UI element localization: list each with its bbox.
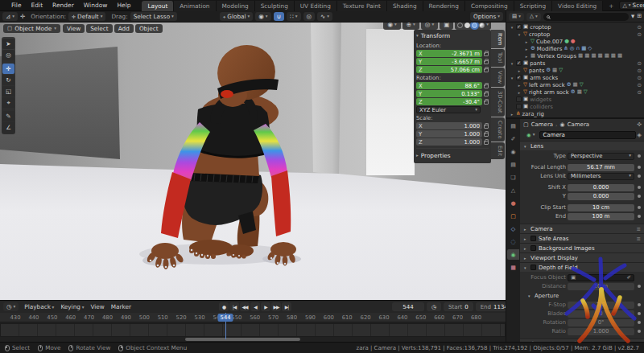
outliner-row-left-arm-sock[interactable]: ▸▽left arm sock⚙▦▽⊙ [506,81,644,88]
workspace-tab-uv-editing[interactable]: UV Editing [295,1,337,11]
rotation-z-field[interactable]: Z-30.4° [416,98,482,105]
lock-icon[interactable] [484,60,489,64]
ratio-field[interactable]: 1.000 [568,328,634,335]
properties-tab-editor-type[interactable]: ▤ [507,121,519,131]
expand-caret[interactable]: ▾ [510,25,514,30]
viewport-menu-select[interactable]: Select [86,24,113,33]
properties-tab-camera-data[interactable]: ◉ [507,249,519,260]
move-tool-icon[interactable]: ✛ [2,64,14,74]
scale-y-field[interactable]: Y1.000 [416,130,482,138]
workspace-tab-compositing[interactable]: Compositing [465,1,514,11]
lock-icon[interactable] [484,133,489,137]
select-box-tool-icon[interactable]: ➤ [2,39,14,49]
focal-length-field[interactable]: 56.17 mm [568,164,634,171]
pivot-point-dropdown[interactable]: ◉ ▾ [255,12,270,21]
properties-tab-world[interactable]: ● [507,198,519,208]
proportional-edit-toggle[interactable]: ◎ [303,12,316,21]
collection-checkbox[interactable] [516,104,522,109]
workspace-tab-scripting[interactable]: Scripting [514,1,552,11]
panel-header-lens[interactable]: ▾Lens [520,142,644,150]
preset-icon[interactable]: ≡ [637,236,641,242]
new-collection-icon[interactable]: ⊞ [637,14,642,19]
measure-tool-icon[interactable]: ∠ [2,122,14,133]
viewport-menu-add[interactable]: Add [114,24,134,33]
orientation-dropdown[interactable]: ✛ Default ▾ [68,12,105,21]
gizmos-dropdown[interactable]: ⊕ ▾ [402,23,419,30]
frame-ruler[interactable]: 4304404504604704804905005105205305405505… [0,313,506,322]
expand-caret[interactable]: ▸ [524,39,529,44]
sidebar-tab-item[interactable]: Item [491,30,505,48]
panel-checkbox[interactable] [530,265,536,270]
outliner-row-croptop[interactable]: ▾▽croptop⊙ [506,31,644,38]
type-dropdown[interactable]: Perspective▾ [568,153,634,160]
outliner-editor-type-selector[interactable]: ▤ ▾ [509,13,524,21]
animate-dot[interactable] [638,330,641,333]
outliner-row-widgets[interactable]: ▣widgets [506,96,644,103]
workspace-tab-layout[interactable]: Layout [142,1,174,11]
outliner-row-colliders[interactable]: ▣colliders [506,103,644,110]
fake-user-icon[interactable]: ◈ [638,132,642,138]
3d-viewport[interactable]: ▢ Object Mode ▾ ViewSelectAddObject ◉ ▾ … [0,23,506,300]
rotation-mode-dropdown[interactable]: XYZ Euler ▾ [416,106,481,113]
annotate-tool-icon[interactable]: ✎ [2,111,14,121]
animate-dot[interactable] [638,312,641,315]
camera-data-selector[interactable]: ◉ ▾ [523,131,538,139]
transform-orientation-dropdown[interactable]: ⌖ Global ▾ [220,12,253,21]
rendered-shading-button[interactable] [479,23,485,28]
lock-icon[interactable] [484,125,489,129]
y-field[interactable]: 0.000 [568,193,634,200]
preview-range-toggle[interactable]: ◷ [427,302,441,311]
animate-dot[interactable] [638,321,641,324]
animate-dot[interactable] [638,166,641,169]
rotation-x-field[interactable]: X88.6° [416,82,482,89]
outliner-row-cube-007[interactable]: ▸▽Cube.007●● [506,38,644,45]
f-stop-field[interactable]: 2.8 [568,302,634,309]
collection-checkbox[interactable] [516,96,522,102]
xray-toggle[interactable]: ▣ [440,23,453,30]
drag-mode-dropdown[interactable]: Select Lasso ▾ [130,12,177,21]
rotate-tool-icon[interactable]: ↻ [2,75,14,85]
outliner-row-zara-rig[interactable]: ▸⋔zara_rig [506,110,644,117]
panel-header-depth-of-field[interactable]: ▾Depth of Field [520,263,644,272]
lock-icon[interactable] [484,141,489,145]
animate-dot[interactable] [638,285,641,288]
eyedropper-icon[interactable]: ✐ [627,274,631,281]
datablock-name-field[interactable]: Camera [539,131,635,139]
outliner-row-right-arm-sock[interactable]: ▸▽right arm sock⚙▦▽⊙ [506,88,644,96]
menu-file[interactable]: File [6,2,27,9]
focus-object-field[interactable]: ▣✐ [568,274,634,281]
filter-icon[interactable]: ▼ [631,14,634,19]
menu-edit[interactable]: Edit [27,2,48,9]
transform-tool-icon[interactable]: ⌖ [2,97,14,108]
animate-dot[interactable] [638,154,641,158]
playback-jump-start-button[interactable]: |◀ [229,302,239,311]
panel-checkbox[interactable] [530,236,536,241]
current-frame-field[interactable]: 544 [392,302,424,311]
expand-caret[interactable]: ▸ [517,68,522,73]
properties-tab-texture[interactable]: ▦ [507,262,519,273]
menu-help[interactable]: Help [112,2,135,9]
properties-tab-active-tool[interactable]: ✐ [507,133,519,144]
location-z-field[interactable]: Z57.066 cm [416,66,482,73]
playback-play-button[interactable]: ▶ [261,302,270,311]
workspace-tab-sculpting[interactable]: Sculpting [255,1,295,11]
outliner-row-pants[interactable]: ▾✓▣pants⊙ [506,60,644,67]
lock-icon[interactable] [484,84,489,88]
collection-checkbox[interactable]: ✓ [516,60,522,66]
timeline-menu-view[interactable]: View [87,303,107,310]
transform-panel-header[interactable]: ▾ Transform [416,31,489,41]
rotation-y-field[interactable]: Y0.133° [416,90,482,97]
blades-field[interactable]: 0 [568,310,634,318]
viewport-menu-object[interactable]: Object [135,24,163,33]
animate-dot[interactable] [638,186,641,189]
properties-panel-header[interactable]: ▸ Properties [416,151,489,161]
panel-header-custom-properties[interactable]: ▸Custom Properties [520,339,644,342]
overlays-dropdown[interactable]: ◎ ▾ [421,23,438,30]
playback-prev-keyframe-button[interactable]: ◀◀ [240,302,250,311]
timeline-editor-type-selector[interactable]: ◷ ▾ [3,302,19,311]
end-field[interactable]: 100 m [568,213,634,220]
expand-caret[interactable]: ▸ [517,83,522,88]
breadcrumb-item[interactable]: Camera [531,121,553,128]
timeline-menu-marker[interactable]: Marker [108,303,134,310]
collection-checkbox[interactable]: ✓ [516,75,522,80]
